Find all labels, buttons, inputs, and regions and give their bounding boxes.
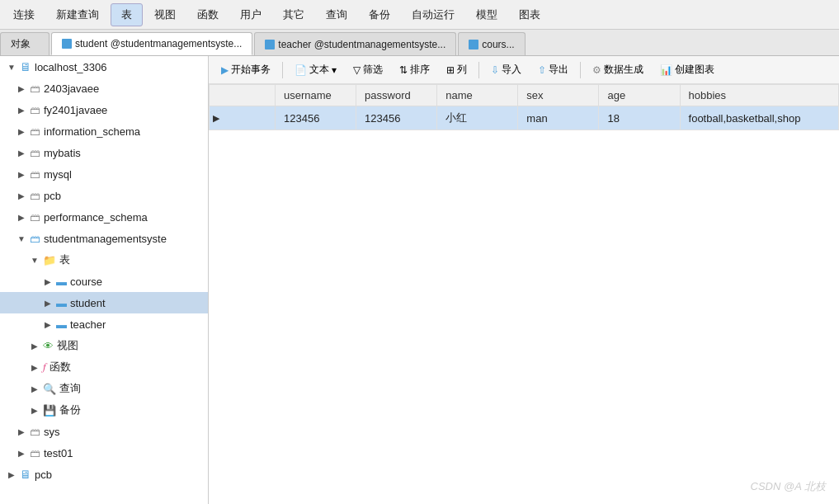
sidebar-item-tables-folder[interactable]: ▼ 📁 表 <box>0 249 208 271</box>
sort-button[interactable]: ⇅ 排序 <box>392 59 437 80</box>
sidebar-item-label: studentmanagementsyste <box>44 233 167 245</box>
chevron-down-icon: ▼ <box>16 234 26 243</box>
sidebar-item-label: 查询 <box>59 381 81 396</box>
chevron-right-icon: ▶ <box>16 191 26 200</box>
sidebar-item-funcs[interactable]: ▶ 𝑓 函数 <box>0 356 208 378</box>
table-icon: ▬ <box>56 297 67 309</box>
create-chart-button[interactable]: 📊 创建图表 <box>653 59 722 80</box>
sidebar-item-student[interactable]: ▶ ▬ student <box>0 292 208 313</box>
sidebar-item-course[interactable]: ▶ ▬ course <box>0 271 208 292</box>
menu-model[interactable]: 模型 <box>466 4 507 26</box>
sidebar-item-backup[interactable]: ▶ 💾 备份 <box>0 399 208 421</box>
begin-tx-label: 开始事务 <box>231 63 271 77</box>
tabs-bar: 对象 student @studentmanagementsyste... te… <box>0 30 839 56</box>
begin-tx-button[interactable]: ▶ 开始事务 <box>214 59 278 80</box>
columns-button[interactable]: ⊞ 列 <box>439 59 474 80</box>
cell-password[interactable]: 123456 <box>356 106 437 130</box>
sidebar-item-label: information_schema <box>44 125 140 138</box>
toolbar-separator-3 <box>580 62 581 78</box>
chevron-right-icon: ▶ <box>30 341 40 351</box>
filter-icon: ▽ <box>353 64 361 76</box>
sidebar-item-label: student <box>70 297 106 309</box>
sidebar-item-mybatis[interactable]: ▶ 🗃 mybatis <box>0 142 208 163</box>
sidebar-item-sys[interactable]: ▶ 🗃 sys <box>0 421 208 442</box>
menu-autorun[interactable]: 自动运行 <box>402 4 464 26</box>
import-button[interactable]: ⇩ 导入 <box>483 59 529 80</box>
sidebar-item-information-schema[interactable]: ▶ 🗃 information_schema <box>0 120 208 142</box>
sidebar-item-pcb-server[interactable]: ▶ 🖥 pcb <box>0 464 208 485</box>
sidebar-item-label: test01 <box>44 447 73 459</box>
menu-query[interactable]: 查询 <box>316 4 357 26</box>
chart-icon: 📊 <box>660 64 672 76</box>
db-icon: 🗃 <box>30 125 40 138</box>
table-icon-3 <box>469 40 478 49</box>
col-header-sex[interactable]: sex <box>518 85 599 106</box>
sidebar-item-label: fy2401javaee <box>44 104 107 116</box>
sidebar-item-queries[interactable]: ▶ 🔍 查询 <box>0 378 208 399</box>
sidebar-item-fy2401javaee[interactable]: ▶ 🗃 fy2401javaee <box>0 99 208 120</box>
cell-sex[interactable]: man <box>518 106 599 130</box>
sidebar-item-label: 函数 <box>49 360 71 374</box>
col-header-username[interactable]: username <box>276 85 356 106</box>
sidebar-item-label: 视图 <box>57 338 78 353</box>
col-header-age[interactable]: age <box>599 85 680 106</box>
chevron-down-icon: ▼ <box>30 256 40 265</box>
sidebar: ▼ 🖥 localhost_3306 ▶ 🗃 2403javaee ▶ 🗃 fy… <box>0 56 209 504</box>
db-icon: 🗃 <box>30 190 40 202</box>
menu-backup[interactable]: 备份 <box>359 4 400 26</box>
row-indicator-header <box>210 85 276 106</box>
sidebar-item-pcb[interactable]: ▶ 🗃 pcb <box>0 185 208 206</box>
tab-course-label: cours... <box>482 39 514 50</box>
chevron-right-icon: ▶ <box>16 84 26 93</box>
tab-student[interactable]: student @studentmanagementsyste... <box>51 32 252 55</box>
db-icon: 🗃 <box>30 82 40 95</box>
import-label: 导入 <box>502 63 521 77</box>
chevron-right-icon: ▶ <box>43 277 53 286</box>
sidebar-item-label: performance_schema <box>44 211 148 224</box>
sidebar-item-label: mybatis <box>44 147 81 159</box>
sort-icon: ⇅ <box>399 64 408 76</box>
datagen-button[interactable]: ⚙ 数据生成 <box>585 59 651 80</box>
sidebar-item-studentmgmt[interactable]: ▼ 🗃 studentmanagementsyste <box>0 228 208 249</box>
sidebar-item-views[interactable]: ▶ 👁 视图 <box>0 335 208 356</box>
sidebar-item-teacher[interactable]: ▶ ▬ teacher <box>0 313 208 335</box>
text-button[interactable]: 📄 文本 ▾ <box>287 59 344 80</box>
cell-age[interactable]: 18 <box>599 106 680 130</box>
menu-other[interactable]: 其它 <box>273 4 314 26</box>
menu-new-query[interactable]: 新建查询 <box>46 4 109 26</box>
main-layout: ▼ 🖥 localhost_3306 ▶ 🗃 2403javaee ▶ 🗃 fy… <box>0 56 839 504</box>
chevron-right-icon: ▶ <box>43 320 53 329</box>
sidebar-item-2403javaee[interactable]: ▶ 🗃 2403javaee <box>0 78 208 99</box>
menu-chart[interactable]: 图表 <box>509 4 550 26</box>
menu-table[interactable]: 表 <box>111 3 143 26</box>
tab-course[interactable]: cours... <box>458 32 525 55</box>
columns-icon: ⊞ <box>446 64 455 76</box>
menu-view[interactable]: 视图 <box>144 4 186 26</box>
content-area: ▶ 开始事务 📄 文本 ▾ ▽ 筛选 ⇅ 排序 ⊞ 列 <box>209 56 839 504</box>
query-icon: 🔍 <box>43 383 56 395</box>
chevron-right-icon: ▶ <box>43 299 53 308</box>
sidebar-item-performance-schema[interactable]: ▶ 🗃 performance_schema <box>0 206 208 228</box>
chevron-right-icon: ▶ <box>30 384 40 393</box>
export-button[interactable]: ⇧ 导出 <box>530 59 576 80</box>
sidebar-item-localhost[interactable]: ▼ 🖥 localhost_3306 <box>0 56 208 78</box>
cell-name[interactable]: 小红 <box>437 106 518 130</box>
col-header-password[interactable]: password <box>356 85 437 106</box>
cell-hobbies[interactable]: football,basketball,shop <box>680 106 838 130</box>
table-icon <box>62 39 72 49</box>
columns-label: 列 <box>457 63 467 77</box>
sidebar-item-test01[interactable]: ▶ 🗃 test01 <box>0 442 208 464</box>
cell-username[interactable]: 123456 <box>276 106 356 130</box>
filter-button[interactable]: ▽ 筛选 <box>346 59 390 80</box>
tab-teacher[interactable]: teacher @studentmanagementsyste... <box>254 32 456 55</box>
col-header-name[interactable]: name <box>437 85 518 106</box>
toolbar: ▶ 开始事务 📄 文本 ▾ ▽ 筛选 ⇅ 排序 ⊞ 列 <box>209 56 839 84</box>
sidebar-item-mysql[interactable]: ▶ 🗃 mysql <box>0 163 208 185</box>
col-header-hobbies[interactable]: hobbies <box>680 85 838 106</box>
table-row[interactable]: ▶ 123456 123456 小红 man 18 football,baske… <box>210 106 839 130</box>
menu-connect[interactable]: 连接 <box>3 4 45 26</box>
tab-object[interactable]: 对象 <box>0 32 49 55</box>
menu-function[interactable]: 函数 <box>187 4 229 26</box>
toolbar-separator <box>282 62 283 78</box>
menu-user[interactable]: 用户 <box>230 4 271 26</box>
